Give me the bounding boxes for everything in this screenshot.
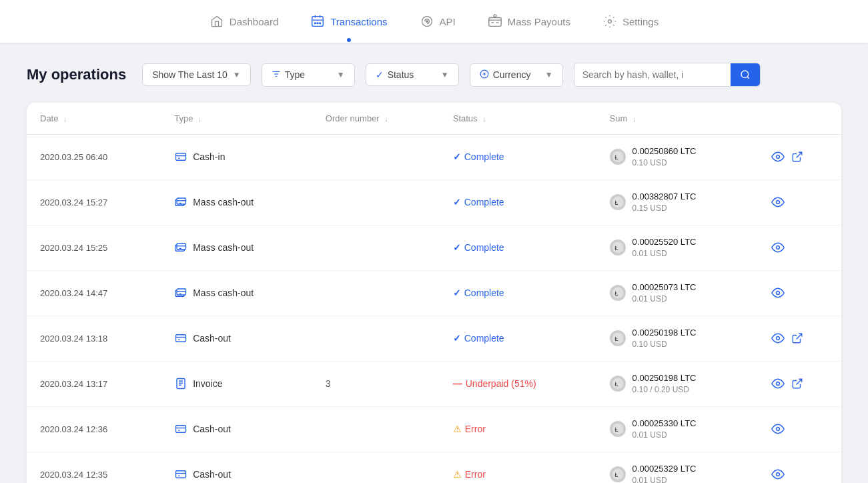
table-row: 2020.03.24 15:27 Mass cash-out ✓ Complet… [27,179,841,225]
sum-values: 0.00250198 LTC 0.10 USD [632,327,697,350]
view-icon[interactable] [771,377,785,390]
page-title: My operations [27,66,126,83]
view-icon[interactable] [771,468,785,481]
col-sum[interactable]: Sum ↓ [596,103,758,135]
nav-api[interactable]: API [417,1,458,42]
dash-icon: — [453,378,462,389]
type-filter[interactable]: Type ▼ [262,63,355,87]
external-link-icon[interactable] [791,151,803,163]
operations-table-card: Date ↓ Type ↓ Order number ↓ Status ↓ [27,103,841,483]
currency-filter[interactable]: Currency ▼ [470,63,563,87]
row-date: 2020.03.24 14:47 [27,270,161,316]
nav-settings-label: Settings [622,16,659,27]
col-actions [758,103,841,135]
main-content: My operations Show The Last 10 ▼ Type ▼ [0,43,868,483]
check-icon: ✓ [453,288,461,298]
svg-rect-45 [176,426,186,433]
nav-mass-payouts[interactable]: Mass Payouts [485,1,573,42]
row-order [312,316,440,361]
sum-usd: 0.01 USD [632,248,697,260]
show-last-filter[interactable]: Show The Last 10 ▼ [142,63,251,86]
search-icon [740,69,751,80]
table-row: 2020.03.24 13:18 Cash-out ✓ Complete Ł 0… [27,316,841,361]
svg-rect-0 [312,17,324,27]
svg-point-5 [426,21,428,23]
check-icon: ✓ [453,197,461,207]
status-sort-icon: ↓ [482,115,486,123]
row-order [312,135,440,180]
search-button[interactable] [731,63,760,86]
svg-text:Ł: Ł [614,246,618,252]
nav-transactions[interactable]: Transactions [308,1,390,42]
type-label: Mass cash-out [193,242,254,253]
view-icon[interactable] [771,422,785,436]
row-type: Invoice [161,361,312,406]
col-status[interactable]: Status ↓ [440,103,596,135]
row-status: ✓ Complete [440,316,596,361]
order-sort-icon: ↓ [384,115,388,123]
sum-usd: 0.10 USD [632,339,697,350]
external-link-icon[interactable] [791,332,803,344]
svg-text:Ł: Ł [614,200,618,206]
row-actions-cell [758,270,841,316]
operations-table: Date ↓ Type ↓ Order number ↓ Status ↓ [27,103,841,483]
row-date: 2020.03.24 15:27 [27,179,161,225]
top-navigation: Dashboard Transactions API [0,0,868,43]
row-type: Cash-in [161,135,312,180]
row-actions [771,422,828,436]
view-icon[interactable] [771,241,785,254]
svg-text:Ł: Ł [614,382,618,388]
row-order [312,225,440,270]
type-icon [174,195,187,209]
nav-transactions-label: Transactions [330,16,387,27]
warning-icon: ⚠ [453,424,462,434]
row-type: Mass cash-out [161,270,312,316]
row-actions [771,286,828,300]
row-actions-cell [758,406,841,452]
ltc-icon: Ł [610,330,626,346]
view-icon[interactable] [771,332,785,345]
type-filter-label: Type [285,69,305,80]
sum-values: 0.00025330 LTC 0.01 USD [632,418,697,441]
col-type[interactable]: Type ↓ [161,103,312,135]
check-icon: ✓ [453,242,461,253]
svg-point-18 [776,155,779,159]
type-sort-icon: ↓ [198,115,202,123]
svg-text:Ł: Ł [614,291,618,297]
type-label: Cash-in [193,151,225,162]
svg-point-52 [776,473,779,476]
row-type: Cash-out [161,406,312,452]
ltc-icon: Ł [610,239,626,256]
sum-main: 0.00025520 LTC [632,236,697,248]
sum-usd: 0.10 / 0.20 USD [632,384,697,396]
svg-point-2 [317,23,318,24]
external-link-icon[interactable] [791,378,803,390]
sum-usd: 0.01 USD [632,475,697,483]
row-date: 2020.03.25 06:40 [27,135,161,180]
nav-settings[interactable]: Settings [600,1,661,42]
view-icon[interactable] [771,286,785,300]
row-date: 2020.03.24 13:17 [27,361,161,406]
svg-point-13 [741,71,749,78]
svg-line-39 [796,334,801,340]
svg-point-24 [776,201,779,204]
col-order[interactable]: Order number ↓ [312,103,440,135]
search-input[interactable] [574,64,731,85]
row-status: ✓ Complete [440,225,596,270]
view-icon[interactable] [771,195,785,209]
row-order [312,270,440,316]
ltc-icon: Ł [610,421,626,437]
row-status: — Underpaid (51%) [440,361,596,406]
svg-point-48 [776,428,779,431]
type-label: Invoice [193,378,222,389]
table-row: 2020.03.25 06:40 Cash-in ✓ Complete Ł 0.… [27,135,841,180]
col-date[interactable]: Date ↓ [27,103,161,135]
view-icon[interactable] [771,150,785,163]
row-order [312,179,440,225]
type-label: Mass cash-out [193,197,254,207]
status-badge: ✓ Complete [453,151,583,162]
status-badge: ⚠ Error [453,424,583,434]
nav-dashboard[interactable]: Dashboard [207,1,281,42]
status-filter[interactable]: ✓ Status ▼ [366,63,459,86]
nav-dashboard-label: Dashboard [230,16,278,27]
